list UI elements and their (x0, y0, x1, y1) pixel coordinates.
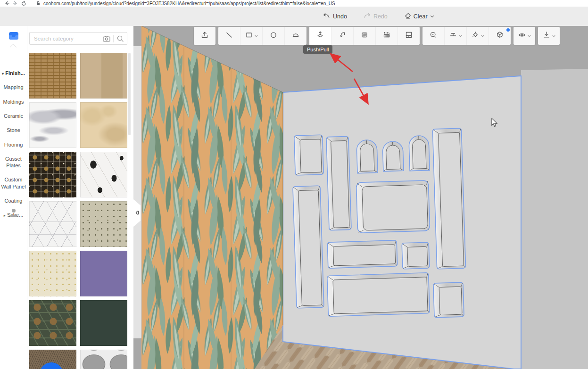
circle-tool-button[interactable] (262, 27, 284, 45)
swatch-terrazzo[interactable] (80, 201, 127, 247)
sidebar-item-label: Coating (5, 198, 23, 204)
design-canvas[interactable]: Push/Pull (133, 26, 588, 369)
sidebar-item-label: Moldings (3, 99, 24, 105)
material-library-button[interactable] (7, 31, 21, 42)
line-tool-button[interactable] (218, 27, 240, 45)
search-box (29, 32, 127, 45)
swatch-grid (29, 53, 127, 369)
chevron-down-icon (527, 32, 531, 40)
download-icon (542, 31, 551, 41)
caret-right-icon: ▸ (4, 213, 7, 218)
app-header: Undo Redo Clear (0, 7, 588, 26)
swatch-white-marble[interactable] (29, 102, 76, 148)
category-sidebar: ▾ Finish...MappingMoldingsCeramicStoneFl… (0, 26, 27, 369)
measure-icon (429, 31, 438, 41)
swatch-beige-stone[interactable] (80, 102, 127, 148)
tool-tooltip: Push/Pull (303, 45, 332, 54)
camera-search-icon[interactable] (100, 35, 113, 42)
redo-icon (363, 12, 371, 20)
recess-rect (402, 242, 430, 269)
collapse-left-icon (135, 209, 140, 217)
sidebar-item-stone[interactable]: Stone (0, 123, 27, 137)
recess-arch (356, 139, 378, 173)
recess-rect (294, 135, 324, 175)
arc-icon (291, 31, 300, 41)
array-tool-button[interactable] (375, 27, 398, 45)
sidebar-item-label: Stone (7, 127, 20, 133)
sidebar-item-label: Gusset Plates (5, 156, 22, 168)
publish-tool-button[interactable] (194, 27, 215, 45)
chevron-down-icon (458, 32, 463, 40)
avatar[interactable] (8, 208, 19, 219)
follow-me-tool-button[interactable] (331, 27, 353, 45)
materials-panel: ▾ Finish...MappingMoldingsCeramicStoneFl… (0, 26, 133, 369)
refresh-icon[interactable] (21, 1, 26, 6)
rectangle-tool-button[interactable] (240, 27, 262, 45)
background-wall (521, 69, 588, 369)
toolbar-group (194, 27, 215, 45)
url-text[interactable]: coohom.com/pub/tool/yundesign/cloud?desi… (43, 1, 335, 6)
clear-label: Clear (414, 13, 428, 20)
swatch-panda-hex-tile[interactable] (80, 152, 127, 197)
undo-label: Undo (333, 13, 347, 20)
swatch-cream-speckle[interactable] (29, 251, 76, 296)
arc-tool-button[interactable] (284, 27, 306, 45)
swatch-purple-solid[interactable] (80, 251, 127, 296)
swatch-hex-marble-mosaic[interactable] (29, 201, 76, 247)
measure-tool-button[interactable] (422, 27, 444, 45)
undo-button[interactable]: Undo (323, 12, 347, 20)
browser-address-bar: coohom.com/pub/tool/yundesign/cloud?desi… (0, 0, 588, 7)
view-cube-tool-button[interactable] (489, 27, 511, 45)
forward-icon[interactable] (13, 1, 18, 6)
push-pull-tool-button[interactable] (309, 27, 331, 45)
toolbar-group (309, 27, 420, 45)
view-cube-icon (496, 31, 504, 41)
download-tool-button[interactable] (538, 27, 560, 45)
swatch-oak-planks[interactable] (80, 53, 127, 98)
sidebar-item-flooring[interactable]: Flooring (0, 138, 27, 152)
recess-rect (432, 128, 465, 269)
clear-button[interactable]: Clear (404, 12, 434, 21)
marquee-select-icon (360, 31, 369, 41)
sidebar-item-gusset-plates[interactable]: Gusset Plates (0, 152, 27, 173)
sidebar-item-finish[interactable]: ▾ Finish... (0, 66, 27, 80)
follow-me-icon (338, 31, 347, 41)
sidebar-item-custom-wall-panel[interactable]: Custom Wall Panel (0, 172, 27, 194)
baseboard-tool-button[interactable] (398, 27, 420, 45)
visibility-tool-button[interactable] (513, 27, 535, 45)
sidebar-item-label: Custom Wall Panel (1, 177, 25, 189)
back-icon[interactable] (4, 1, 9, 6)
scrollbar-thumb[interactable] (128, 53, 131, 135)
swatch-woven-wood[interactable] (29, 53, 76, 98)
toolbar-group (422, 27, 511, 45)
elevation-icon (449, 31, 457, 41)
search-icon[interactable] (114, 35, 127, 42)
swatch-gray-hex-marble[interactable] (80, 350, 127, 369)
coohom-design-tool: { "browser": { "url": "coohom.com/pub/to… (0, 0, 588, 369)
lock-icon (36, 1, 40, 6)
chevron-down-icon (254, 32, 258, 40)
swatch-green-hex-ornate[interactable] (29, 300, 76, 346)
visibility-icon (518, 31, 526, 41)
toolbar-group (513, 27, 535, 45)
marquee-select-tool-button[interactable] (353, 27, 375, 45)
recess-rounded (356, 180, 430, 233)
material-library-icon (8, 31, 20, 43)
sidebar-item-mapping[interactable]: Mapping (0, 80, 27, 94)
line-icon (225, 31, 233, 41)
sidebar-item-coating[interactable]: Coating (0, 194, 27, 208)
active-tab-notch (10, 44, 17, 50)
paint-tool-button[interactable] (466, 27, 489, 45)
circle-icon (269, 31, 278, 41)
swatch-dark-green-solid[interactable] (80, 300, 127, 346)
history-controls: Undo Redo Clear (323, 7, 434, 26)
recess-arch (382, 141, 404, 171)
chevron-down-icon (430, 13, 434, 20)
sidebar-item-ceramic[interactable]: Ceramic (0, 109, 27, 123)
redo-button[interactable]: Redo (363, 12, 388, 20)
sidebar-item-moldings[interactable]: Moldings (0, 95, 27, 109)
search-input[interactable] (30, 36, 100, 41)
recess-rect (293, 186, 324, 308)
elevation-tool-button[interactable] (444, 27, 466, 45)
swatch-ornate-gold-tile[interactable] (29, 152, 76, 197)
